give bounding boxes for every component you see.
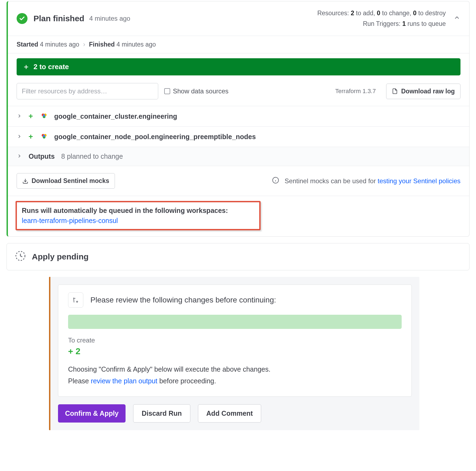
review-line2-prefix: Please [68, 377, 91, 385]
resources-label: Resources: [317, 10, 351, 17]
outputs-subtitle: 8 planned to change [61, 152, 123, 160]
svg-line-16 [74, 298, 74, 302]
download-raw-log-button[interactable]: Download raw log [386, 84, 460, 99]
action-buttons: Confirm & Apply Discard Run Add Comment [58, 404, 412, 423]
download-sentinel-mocks-button[interactable]: Download Sentinel mocks [17, 173, 115, 189]
plus-icon: + [28, 132, 34, 141]
to-add-suffix: to add, [354, 10, 377, 17]
resource-row-0[interactable]: + google_container_cluster.engineering [8, 106, 469, 126]
create-bar-label: 2 to create [33, 63, 69, 71]
to-change-count: 0 [377, 10, 380, 17]
plan-time: 4 minutes ago [89, 15, 130, 22]
review-line2-suffix: before proceeding. [157, 377, 216, 385]
apply-pending-title: Apply pending [32, 252, 89, 261]
terraform-version: Terraform 1.3.7 [335, 88, 376, 95]
file-icon [392, 88, 398, 94]
to-change-suffix: to change, [380, 10, 413, 17]
run-triggers-highlight: Runs will automatically be queued in the… [16, 201, 261, 230]
to-create-label: To create [68, 337, 402, 344]
show-data-sources-checkbox[interactable]: Show data sources [164, 87, 228, 95]
checkbox-icon [164, 88, 170, 94]
plus-icon [23, 64, 29, 70]
finished-time: 4 minutes ago [115, 41, 156, 48]
started-label: Started [17, 41, 38, 48]
to-add-count: 2 [351, 10, 354, 17]
info-icon [272, 177, 279, 185]
review-plan-output-link[interactable]: review the plan output [91, 377, 157, 385]
plan-title: Plan finished [33, 14, 84, 23]
chevron-right-icon [17, 133, 22, 141]
highlight-title: Runs will automatically be queued in the… [22, 207, 254, 215]
svg-point-5 [43, 114, 45, 117]
check-circle-icon [17, 13, 28, 24]
review-card: Please review the following changes befo… [58, 285, 412, 397]
create-summary-bar[interactable]: 2 to create [17, 58, 460, 75]
chevron-up-icon[interactable] [453, 14, 460, 23]
resource-name: google_container_cluster.engineering [54, 112, 177, 120]
review-panel: Please review the following changes befo… [49, 277, 419, 430]
download-sentinel-label: Download Sentinel mocks [32, 177, 109, 185]
add-comment-button[interactable]: Add Comment [198, 404, 261, 423]
plan-header: Plan finished 4 minutes ago Resources: 2… [8, 1, 469, 36]
filter-row: Show data sources Terraform 1.3.7 Downlo… [8, 80, 469, 106]
confirm-apply-button[interactable]: Confirm & Apply [58, 404, 126, 423]
sentinel-prefix: Sentinel mocks can be used for [285, 177, 378, 185]
plan-summary: Resources: 2 to add, 0 to change, 0 to d… [317, 8, 446, 29]
finished-label: Finished [89, 41, 115, 48]
plan-card: Plan finished 4 minutes ago Resources: 2… [7, 1, 469, 237]
workspace-link[interactable]: learn-terraform-pipelines-consul [22, 217, 118, 224]
resource-row-1[interactable]: + google_container_node_pool.engineering… [8, 126, 469, 147]
plus-icon: + [28, 112, 34, 121]
to-destroy-suffix: to destroy [417, 10, 446, 17]
runs-to-queue-count: 1 [402, 20, 406, 27]
started-time: 4 minutes ago [38, 41, 79, 48]
outputs-label: Outputs [29, 152, 55, 160]
diff-icon [68, 292, 83, 308]
show-data-sources-label: Show data sources [173, 87, 228, 95]
apply-pending-card: Apply pending [7, 243, 469, 270]
clock-icon [15, 250, 26, 263]
progress-bar [68, 315, 402, 329]
download-raw-log-label: Download raw log [401, 88, 455, 95]
run-triggers-label: Run Triggers: [363, 20, 402, 27]
review-title: Please review the following changes befo… [90, 296, 276, 304]
gcp-icon [39, 112, 49, 121]
to-create-count: + 2 [68, 346, 402, 356]
chevron-right-icon [17, 152, 22, 160]
sentinel-row: Download Sentinel mocks Sentinel mocks c… [8, 166, 469, 196]
resource-name: google_container_node_pool.engineering_p… [54, 133, 256, 141]
gcp-icon [39, 132, 49, 141]
runs-suffix: runs to queue [406, 20, 446, 27]
chevron-right-icon: › [83, 41, 85, 48]
chevron-right-icon [17, 112, 22, 120]
review-body: Choosing "Confirm & Apply" below will ex… [68, 363, 402, 387]
review-line1: Choosing "Confirm & Apply" below will ex… [68, 363, 402, 375]
sentinel-policies-link[interactable]: testing your Sentinel policies [378, 177, 460, 185]
filter-input[interactable] [17, 83, 158, 99]
discard-run-button[interactable]: Discard Run [133, 404, 190, 423]
download-icon [22, 178, 28, 184]
timing-row: Started 4 minutes ago › Finished 4 minut… [8, 36, 469, 53]
outputs-row[interactable]: Outputs 8 planned to change [8, 147, 469, 166]
to-destroy-count: 0 [413, 10, 417, 17]
svg-point-9 [43, 135, 45, 137]
sentinel-text: Sentinel mocks can be used for testing y… [285, 177, 460, 185]
